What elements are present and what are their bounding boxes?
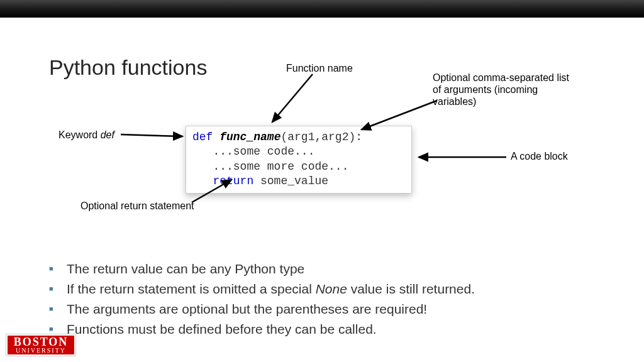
code-line-3: ...some more code... bbox=[192, 160, 405, 174]
code-line-2: ...some code... bbox=[192, 145, 405, 159]
svg-line-2 bbox=[121, 134, 182, 136]
bullet-item: Functions must be defined before they ca… bbox=[49, 322, 606, 337]
arrow-keyword-def bbox=[119, 129, 189, 142]
bullet-item: The return value can be any Python type bbox=[49, 261, 606, 277]
code-line-4: return some_value bbox=[192, 174, 405, 189]
logo-line-2: UNIVERSITY bbox=[16, 348, 66, 354]
annot-keyword-def-italic: def bbox=[101, 129, 114, 140]
annot-return-statement: Optional return statement bbox=[80, 200, 194, 212]
annot-keyword-def: Keyword def bbox=[58, 129, 114, 141]
bullet-item: If the return statement is omitted a spe… bbox=[49, 282, 606, 297]
code-snippet-box: def func_name(arg1,arg2): ...some code..… bbox=[186, 126, 412, 194]
arrow-function-name bbox=[267, 73, 324, 126]
svg-line-0 bbox=[272, 74, 313, 122]
keyword-return: return bbox=[192, 175, 253, 187]
window-top-bar bbox=[0, 0, 644, 18]
code-line-1: def func_name(arg1,arg2): bbox=[192, 130, 405, 145]
boston-university-logo: BOSTON UNIVERSITY bbox=[6, 334, 75, 356]
annot-code-block: A code block bbox=[511, 151, 568, 162]
annot-keyword-def-pre: Keyword bbox=[58, 129, 101, 140]
function-name-token: func_name bbox=[219, 131, 280, 143]
annot-function-name: Function name bbox=[286, 63, 353, 74]
bullet-item: The arguments are optional but the paren… bbox=[49, 302, 606, 317]
args-token: (arg1,arg2): bbox=[280, 131, 362, 143]
keyword-def: def bbox=[192, 131, 213, 143]
annot-arguments: Optional comma-separated list of argumen… bbox=[433, 72, 577, 108]
bullet-list: The return value can be any Python type … bbox=[49, 261, 606, 342]
page-title: Python functions bbox=[49, 55, 207, 80]
return-value-token: some_value bbox=[253, 175, 328, 187]
logo-line-1: BOSTON bbox=[14, 337, 69, 348]
slide-body: Python functions Function name Optional … bbox=[0, 18, 644, 362]
arrow-code-block bbox=[415, 152, 509, 163]
